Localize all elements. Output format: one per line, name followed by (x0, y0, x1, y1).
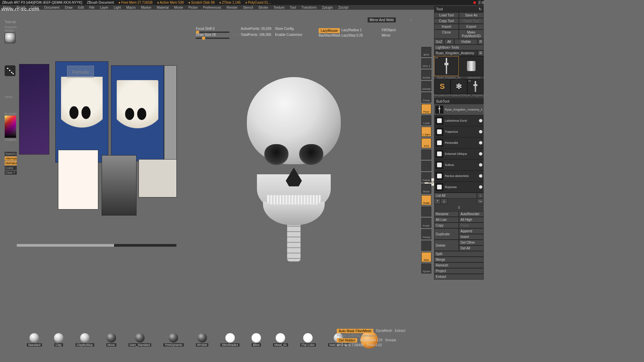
clear-button[interactable]: Clear T (5, 171, 17, 175)
fill-object[interactable]: FillObject (382, 28, 396, 32)
brush-metal-01[interactable]: Metal_01 (273, 333, 288, 347)
resolution[interactable]: Resolution 128 (360, 338, 382, 343)
brush-skinshade4[interactable]: SkinShade4 (220, 333, 239, 347)
merge-button[interactable]: Merge (434, 257, 484, 262)
extract-button[interactable]: Extract (434, 274, 484, 280)
brush-hpolish[interactable]: hPolish (196, 333, 209, 347)
viewport-xpose[interactable]: Xpose (421, 263, 431, 274)
tool-thumb-1[interactable]: 89 (434, 56, 459, 76)
texture-label[interactable]: M_texture (5, 112, 17, 116)
ref-image-partial[interactable] (164, 66, 176, 161)
menu-file[interactable]: File (89, 6, 95, 9)
brush-standard[interactable]: Standard (27, 333, 42, 347)
menu-light[interactable]: Light (114, 6, 121, 9)
viewport-persp[interactable]: Persp (421, 93, 431, 103)
viewport-icon-10[interactable] (421, 161, 431, 171)
paste-tool-button[interactable]: Paste Tool (459, 18, 484, 24)
subtool-row[interactable]: Iliopsoas (434, 182, 484, 193)
remesh-button[interactable]: Remesh (434, 262, 484, 268)
goz-visible-button[interactable]: Visible (454, 39, 478, 45)
subtool-selected[interactable]: Ryan_Kingslien_Anatomy_Model (434, 104, 484, 115)
mirror-weld-button[interactable]: Mirror And Weld (368, 17, 396, 22)
viewport-bpr[interactable]: BPR (421, 47, 431, 57)
viewport-aahalf[interactable]: AAHalf (421, 81, 431, 91)
menu-marker[interactable]: Marker (141, 6, 151, 9)
import-button[interactable]: Import (434, 24, 459, 29)
split-button[interactable]: Split (434, 251, 484, 257)
viewport-transp[interactable]: Transp (421, 229, 431, 239)
arrow-icon[interactable]: ↪ (477, 198, 484, 204)
del-hidden[interactable]: Del Hidden (337, 338, 357, 343)
ref-image-figure[interactable] (139, 160, 176, 197)
viewport-icon-14[interactable] (421, 206, 431, 217)
subtool-row[interactable]: External Oblique (434, 148, 484, 160)
menu-tool[interactable]: Tool (290, 6, 296, 9)
move-up-icon[interactable]: ⇡ (434, 198, 441, 204)
viewport-scale[interactable]: Scale (421, 195, 431, 205)
load-tool-button[interactable]: Load Tool (434, 12, 459, 18)
viewport-floor[interactable]: Floor (421, 104, 431, 114)
lightbox-tools[interactable]: Lightbox> Tools (434, 45, 484, 50)
list-all-button[interactable]: List All (434, 193, 477, 198)
cust1-button[interactable]: Cust1 (5, 166, 17, 170)
viewport-lsym[interactable]: L.Sym (421, 127, 431, 137)
paste-subtool-button[interactable]: Paste (459, 223, 484, 228)
alpha-label[interactable]: Alpha (5, 95, 17, 99)
thick[interactable]: Thick 0.02 (367, 343, 382, 347)
color-picker[interactable] (5, 116, 16, 138)
ref-image-skull-female[interactable]: Female (56, 62, 108, 162)
ref-image-bust[interactable] (102, 156, 136, 215)
menu-zscript[interactable]: Zscript (338, 6, 348, 9)
focal-shift-slider[interactable]: Focal Shift 0 (196, 27, 229, 33)
insert-button[interactable]: Insert (459, 234, 484, 240)
menu-layer[interactable]: Layer (100, 6, 108, 9)
material-sphere-icon[interactable] (5, 33, 15, 43)
brush-clay[interactable]: Clay (54, 333, 63, 347)
subtool-row[interactable]: Pectoralis (434, 137, 484, 148)
tool-r-button[interactable]: R (478, 50, 484, 56)
goz-r-button[interactable]: R (478, 39, 484, 45)
resize-handle-icon[interactable]: ⇕ (434, 204, 484, 211)
viewport-local[interactable]: Local (421, 115, 431, 125)
automask-fibermesh[interactable]: Auto Mask FiberMesh (337, 329, 373, 333)
viewport-spix3[interactable]: SPix 3 (421, 58, 431, 68)
brush-claybuildup[interactable]: ClayBuildup (75, 333, 94, 347)
make-polymesh-button[interactable]: Make PolyMesh3D (459, 29, 484, 39)
menu-stroke[interactable]: Stroke (258, 6, 268, 9)
goz-all-button[interactable]: All (444, 39, 454, 45)
groups[interactable]: Groups (385, 338, 396, 343)
move-down-icon[interactable]: ⇣ (441, 198, 447, 204)
subtool-row[interactable]: Rectus abdominis (434, 171, 484, 182)
viewport[interactable] (176, 37, 411, 243)
rename-button[interactable]: Rename (434, 211, 459, 217)
goz-button[interactable]: GoZ (434, 39, 444, 45)
viewport-xyz[interactable]: XYZ (421, 138, 431, 148)
clone-button[interactable]: Clone (434, 29, 459, 39)
menu-stencil[interactable]: Stencil (243, 6, 253, 9)
viewport-solo[interactable]: Solo (421, 252, 431, 262)
stroke-dots-icon[interactable] (5, 65, 15, 76)
viewport-actual[interactable]: Actual (421, 70, 431, 80)
project-button[interactable]: Project (434, 268, 484, 274)
ref-image-baby[interactable] (58, 150, 98, 209)
viewport-frame[interactable]: Frame (421, 172, 431, 182)
lazy-radius[interactable]: LazyRadius 1 (341, 28, 362, 32)
brush-dam-standard[interactable]: Dam_Standard (128, 333, 152, 347)
del-all-button[interactable]: Del All (459, 245, 484, 251)
copy-subtool-button[interactable]: Copy (434, 223, 459, 228)
extract-label[interactable]: Extract (395, 329, 405, 333)
tool-thumb-4[interactable]: ✻ (450, 79, 467, 94)
viewport-move[interactable]: Move (421, 184, 431, 194)
store-config[interactable]: Store Config (275, 27, 294, 31)
midvalue-button[interactable]: MidValue (5, 161, 17, 165)
lazymouse-button[interactable]: LazyMouse (319, 28, 340, 33)
ref-scrollbar[interactable] (17, 244, 176, 247)
brush-flat-color[interactable]: Flat Color (300, 333, 316, 347)
subtool-row[interactable]: Trapezius (434, 126, 484, 137)
autoreorder-button[interactable]: AutoReorder (459, 211, 484, 217)
copy-tool-button[interactable]: Copy Tool (434, 18, 459, 24)
delete-button[interactable]: Delete (434, 240, 459, 251)
save-as-button[interactable]: Save As (459, 12, 484, 18)
all-high-button[interactable]: All High (459, 217, 484, 223)
current-tool-name[interactable]: Ryan_Kingslien_Anatomy (434, 50, 478, 56)
